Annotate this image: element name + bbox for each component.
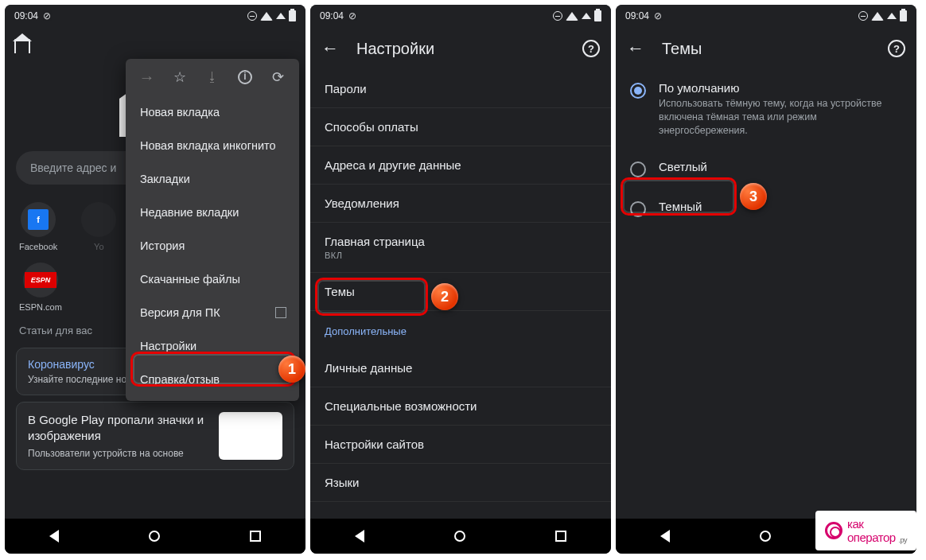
- forward-icon[interactable]: →: [138, 68, 156, 86]
- wifi-icon: [566, 12, 578, 21]
- info-icon[interactable]: [236, 68, 254, 86]
- overflow-menu: → ☆ ⭳ ⟳ Новая вкладка Новая вкладка инко…: [126, 59, 299, 401]
- menu-label: Версия для ПК: [140, 306, 220, 319]
- phone-screen-3: 09:04 ⊘ ← Темы ? По умолчанию Использова…: [616, 5, 916, 554]
- nav-back-icon[interactable]: [355, 530, 364, 542]
- status-icon: [553, 11, 562, 21]
- article-card-googleplay[interactable]: В Google Play пропали значки и изображен…: [16, 402, 294, 470]
- status-time: 09:04: [320, 10, 344, 21]
- signal-icon: [276, 13, 286, 19]
- settings-privacy[interactable]: Личные данные: [310, 349, 611, 387]
- app-bar: ← Темы ?: [616, 27, 916, 70]
- status-time: 09:04: [14, 10, 38, 21]
- bookmark-star-icon[interactable]: ☆: [171, 68, 189, 86]
- battery-icon: [900, 10, 907, 21]
- phone-screen-2: 09:04 ⊘ ← Настройки ? Пароли Способы опл…: [310, 5, 611, 554]
- facebook-icon: f: [28, 209, 49, 230]
- settings-site[interactable]: Настройки сайтов: [310, 426, 611, 464]
- nav-recent-icon[interactable]: [555, 531, 566, 542]
- help-icon[interactable]: ?: [888, 40, 905, 57]
- help-icon[interactable]: ?: [582, 40, 600, 57]
- status-icon: [858, 11, 868, 21]
- row-sublabel: ВКЛ: [325, 251, 597, 260]
- radio-icon[interactable]: [630, 161, 646, 177]
- page-title: Темы: [662, 40, 702, 58]
- menu-bookmarks[interactable]: Закладки: [126, 162, 299, 196]
- card-title: В Google Play пропали значки и изображен…: [28, 412, 211, 443]
- shortcut-label: ESPN.com: [19, 302, 62, 312]
- settings-homepage[interactable]: Главная страница ВКЛ: [310, 223, 611, 273]
- settings-section-advanced: Дополнительные: [310, 311, 611, 349]
- status-bar: 09:04 ⊘: [616, 5, 916, 27]
- nav-home-icon[interactable]: [149, 531, 160, 542]
- menu-desktop-site[interactable]: Версия для ПК: [126, 296, 299, 329]
- menu-new-tab[interactable]: Новая вкладка: [126, 95, 299, 129]
- menu-downloads[interactable]: Скачанные файлы: [126, 262, 299, 296]
- watermark-suffix: .ру: [899, 536, 907, 544]
- dnd-icon: ⊘: [654, 10, 662, 21]
- shortcut-youtube[interactable]: Yo: [81, 202, 116, 251]
- espn-icon: ESPN: [25, 272, 56, 288]
- watermark: как оператор .ру: [815, 511, 916, 550]
- option-title: Темный: [659, 200, 902, 213]
- back-arrow-icon[interactable]: ←: [627, 38, 644, 59]
- wifi-icon: [871, 12, 884, 21]
- radio-icon[interactable]: [630, 83, 646, 99]
- back-arrow-icon[interactable]: ←: [321, 38, 339, 59]
- shortcut-espn[interactable]: ESPN ESPN.com: [19, 262, 62, 312]
- settings-languages[interactable]: Языки: [310, 464, 611, 502]
- checkbox-icon[interactable]: [275, 307, 286, 318]
- dnd-icon: ⊘: [43, 10, 51, 21]
- shortcut-facebook[interactable]: f Facebook: [19, 202, 57, 251]
- page-title: Настройки: [356, 40, 434, 58]
- option-title: По умолчанию: [659, 81, 902, 95]
- settings-passwords[interactable]: Пароли: [310, 70, 611, 108]
- menu-help[interactable]: Справка/отзыв: [126, 363, 299, 396]
- nav-back-icon[interactable]: [49, 530, 59, 542]
- settings-addresses[interactable]: Адреса и другие данные: [310, 146, 611, 185]
- battery-icon: [594, 10, 601, 21]
- wifi-icon: [260, 12, 273, 21]
- app-bar: ← Настройки ?: [310, 27, 611, 70]
- option-subtitle: Использовать тёмную тему, когда на устро…: [659, 97, 902, 138]
- phone-screen-1: 09:04 ⊘ G Введите адрес и f Fa: [5, 5, 305, 554]
- download-icon[interactable]: ⭳: [204, 68, 221, 86]
- nav-home-icon[interactable]: [454, 531, 465, 542]
- shortcut-label: Yo: [94, 242, 103, 251]
- menu-recent-tabs[interactable]: Недавние вкладки: [126, 196, 299, 229]
- menu-settings[interactable]: Настройки: [126, 329, 299, 363]
- radio-icon[interactable]: [630, 201, 646, 217]
- status-bar: 09:04 ⊘: [310, 5, 611, 27]
- watermark-text2: оператор: [847, 531, 896, 544]
- signal-icon: [887, 13, 897, 19]
- dnd-icon: ⊘: [348, 10, 356, 21]
- nav-recent-icon[interactable]: [250, 531, 261, 542]
- signal-icon: [582, 13, 591, 19]
- android-navbar: [310, 519, 611, 554]
- card-thumbnail: [219, 412, 282, 460]
- menu-new-incognito[interactable]: Новая вкладка инкогнито: [126, 129, 299, 162]
- battery-icon: [289, 10, 296, 21]
- card-subtitle: Пользователи устройств на основе: [28, 448, 211, 459]
- home-icon[interactable]: [14, 39, 30, 53]
- reload-icon[interactable]: ⟳: [269, 68, 286, 86]
- status-bar: 09:04 ⊘: [5, 5, 305, 27]
- settings-themes[interactable]: Темы: [310, 273, 611, 311]
- settings-payment[interactable]: Способы оплаты: [310, 108, 611, 146]
- search-placeholder: Введите адрес и: [30, 161, 116, 174]
- status-icon: [247, 11, 257, 21]
- status-time: 09:04: [625, 10, 649, 21]
- settings-notifications[interactable]: Уведомления: [310, 185, 611, 223]
- theme-option-light[interactable]: Светлый: [616, 149, 916, 189]
- android-navbar: [5, 519, 305, 554]
- option-title: Светлый: [659, 160, 902, 173]
- watermark-icon: [825, 522, 842, 539]
- nav-back-icon[interactable]: [660, 530, 670, 542]
- theme-option-dark[interactable]: Темный: [616, 189, 916, 228]
- row-label: Главная страница: [325, 235, 597, 248]
- shortcut-label: Facebook: [19, 242, 57, 251]
- menu-history[interactable]: История: [126, 229, 299, 262]
- settings-accessibility[interactable]: Специальные возможности: [310, 387, 611, 426]
- theme-option-default[interactable]: По умолчанию Использовать тёмную тему, к…: [616, 70, 916, 149]
- nav-home-icon[interactable]: [760, 531, 771, 542]
